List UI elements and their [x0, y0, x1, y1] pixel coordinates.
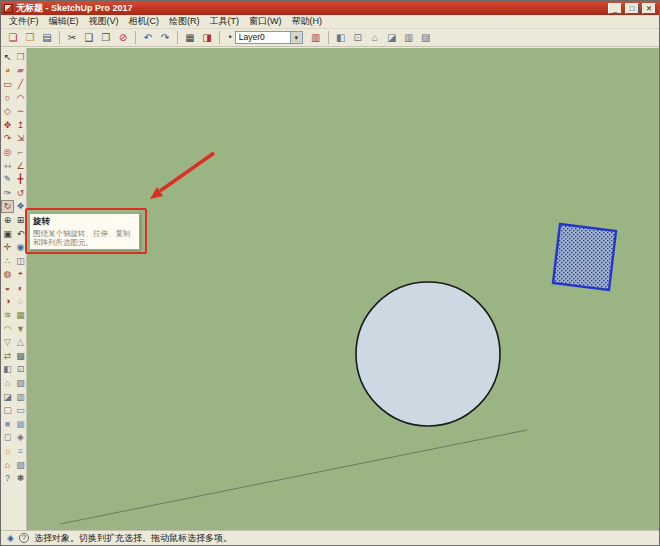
stamp-tool[interactable]: ▼	[14, 322, 27, 336]
zoom-window-tool[interactable]: ▣	[1, 227, 14, 241]
open-icon[interactable]: ❐	[22, 30, 38, 45]
drawing-canvas[interactable]: 旋转 围绕某个轴旋转、拉伸、复制和阵列所选图元。	[27, 48, 659, 530]
monochrome-style-tool[interactable]: ◻	[1, 431, 14, 445]
layer-dropdown[interactable]: ‣ Layer0 ▾	[228, 31, 303, 44]
make-component-tool[interactable]: ❐	[14, 50, 27, 64]
match-photo-tool[interactable]: ▧	[14, 458, 27, 472]
hidden-line-style-tool[interactable]: ▭	[14, 403, 27, 417]
x-ray-style-tool[interactable]: ◈	[14, 431, 27, 445]
dimension-tool[interactable]: ⇿	[1, 159, 14, 173]
top-view-icon[interactable]: ⊡	[350, 30, 366, 45]
line-tool[interactable]: ╱	[14, 77, 27, 91]
rectangle-tool[interactable]: ▭	[1, 77, 14, 91]
orbit-tool[interactable]: ↺	[14, 186, 27, 200]
menu-item[interactable]: 帮助(H)	[287, 14, 328, 29]
look-around-tool[interactable]: ◉	[14, 240, 27, 254]
shaded-style-tool[interactable]: ■	[1, 417, 14, 431]
help-icon[interactable]: ?	[19, 533, 29, 543]
offset-tool[interactable]: ◎	[1, 145, 14, 159]
trim-tool[interactable]: ◐	[14, 281, 27, 295]
copy-icon[interactable]: ❑	[81, 30, 97, 45]
push-pull-tool[interactable]: ↥	[14, 118, 27, 132]
polygon-tool[interactable]: ◇	[1, 104, 14, 118]
drape-tool[interactable]: ▽	[1, 335, 14, 349]
undo-icon[interactable]: ↶	[140, 30, 156, 45]
select-tool[interactable]: ↖	[1, 50, 14, 64]
front-view-icon[interactable]: ⌂	[367, 30, 383, 45]
front-view-tool[interactable]: ⌂	[1, 376, 14, 390]
save-icon[interactable]: ▤	[39, 30, 55, 45]
shadows-tool[interactable]: ☼	[1, 444, 14, 458]
menu-item[interactable]: 文件(F)	[4, 14, 44, 29]
tape-measure-tool[interactable]: ⌐	[14, 145, 27, 159]
add-detail-tool[interactable]: △	[14, 335, 27, 349]
subtract-tool[interactable]: ◒	[1, 281, 14, 295]
wireframe-style-tool[interactable]: ▢	[1, 403, 14, 417]
warehouse-tool[interactable]: ⌂	[1, 458, 14, 472]
back-view-icon[interactable]: ◪	[384, 30, 400, 45]
right-view-icon[interactable]: ▨	[418, 30, 434, 45]
paste-icon[interactable]: ❒	[98, 30, 114, 45]
menu-item[interactable]: 相机(C)	[124, 14, 165, 29]
union-tool[interactable]: ◓	[14, 268, 27, 282]
text-tool[interactable]: ✎	[1, 172, 14, 186]
iso-view-icon[interactable]: ◧	[333, 30, 349, 45]
move-tool[interactable]: ✥	[1, 118, 14, 132]
right-view-tool[interactable]: ▨	[14, 376, 27, 390]
layer-value[interactable]: Layer0	[235, 31, 291, 44]
minimize-button[interactable]: _	[608, 3, 622, 14]
left-view-tool[interactable]: ▥	[14, 390, 27, 404]
menu-item[interactable]: 窗口(W)	[244, 14, 287, 29]
flip-edge-tool[interactable]: ⇄	[1, 349, 14, 363]
new-icon[interactable]: ❏	[5, 30, 21, 45]
iso-view-tool[interactable]: ◧	[1, 363, 14, 377]
zoom-previous-tool[interactable]: ↶	[14, 227, 27, 241]
walk-tool[interactable]: ∴	[1, 254, 14, 268]
section-fill-tool[interactable]: ▩	[14, 349, 27, 363]
preferences-tool[interactable]: ✱	[14, 471, 27, 485]
left-view-icon[interactable]: ▥	[401, 30, 417, 45]
from-contours-tool[interactable]: ≋	[1, 308, 14, 322]
arc-tool[interactable]: ◠	[14, 91, 27, 105]
fog-tool[interactable]: ≡	[14, 444, 27, 458]
smoove-tool[interactable]: ◠	[1, 322, 14, 336]
cut-icon[interactable]: ✂	[64, 30, 80, 45]
from-scratch-tool[interactable]: ▦	[14, 308, 27, 322]
back-view-tool[interactable]: ◪	[1, 390, 14, 404]
menu-item[interactable]: 绘图(R)	[164, 14, 205, 29]
erase-icon[interactable]: ⊘	[115, 30, 131, 45]
menu-item[interactable]: 工具(T)	[205, 14, 245, 29]
intersect-tool[interactable]: ◑	[1, 295, 14, 309]
freehand-tool[interactable]: ∼	[14, 104, 27, 118]
geolocation-icon[interactable]: ◈	[7, 533, 14, 543]
rotate-tool[interactable]: ↻	[1, 200, 14, 214]
position-camera-tool[interactable]: ✛	[1, 240, 14, 254]
section-plane-tool[interactable]: ◫	[14, 254, 27, 268]
titlebar[interactable]: 无标题 - SketchUp Pro 2017 _ □ ✕	[1, 1, 659, 15]
outer-shell-tool[interactable]: ◍	[1, 268, 14, 282]
close-button[interactable]: ✕	[642, 3, 656, 14]
zoom-extents-tool[interactable]: ⊞	[14, 213, 27, 227]
follow-me-tool[interactable]: ↷	[1, 132, 14, 146]
axes-tool[interactable]: ╋	[14, 172, 27, 186]
menu-item[interactable]: 视图(V)	[84, 14, 124, 29]
scale-tool[interactable]: ⇲	[14, 132, 27, 146]
paint-bucket-tool[interactable]: ◕	[1, 64, 14, 78]
3d-text-tool[interactable]: ✑	[1, 186, 14, 200]
circle-tool[interactable]: ○	[1, 91, 14, 105]
zoom-tool[interactable]: ⊕	[1, 213, 14, 227]
maximize-button[interactable]: □	[625, 3, 639, 14]
split-tool[interactable]: ◌	[14, 295, 27, 309]
redo-icon[interactable]: ↷	[157, 30, 173, 45]
top-view-tool[interactable]: ⊡	[14, 363, 27, 377]
help-tool[interactable]: ?	[1, 471, 14, 485]
print-icon[interactable]: ▦	[182, 30, 198, 45]
menu-item[interactable]: 编辑(E)	[44, 14, 84, 29]
textured-style-tool[interactable]: ▩	[14, 417, 27, 431]
chevron-down-icon[interactable]: ▾	[291, 31, 303, 44]
eraser-tool[interactable]: ▰	[14, 64, 27, 78]
protractor-tool[interactable]: ∠	[14, 159, 27, 173]
layer-manager-icon[interactable]: ▥	[308, 30, 324, 45]
pan-tool[interactable]: ❖	[14, 200, 27, 214]
model-info-icon[interactable]: ◨	[199, 30, 215, 45]
